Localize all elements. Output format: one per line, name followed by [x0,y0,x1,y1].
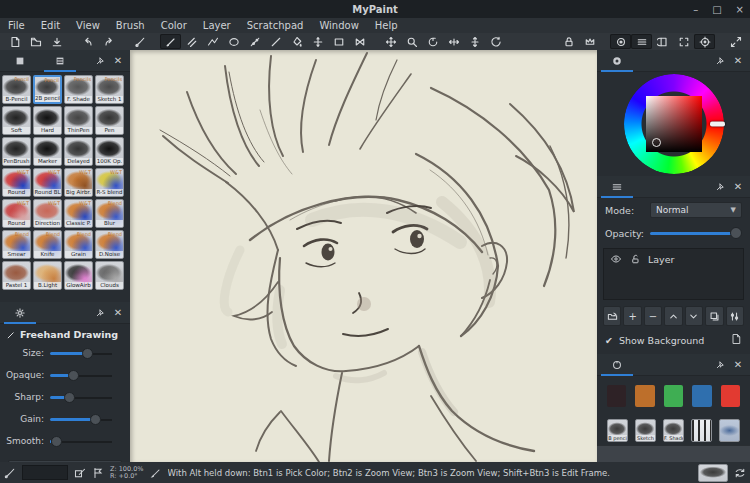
layer-properties-button[interactable] [726,306,744,326]
color-swatch-3[interactable] [692,385,711,407]
flag-icon[interactable] [92,467,104,479]
brush-tile-classic-p-[interactable]: W&TClassic P. [64,199,93,228]
brush-history-4[interactable] [719,419,740,442]
hsv-wheel[interactable] [597,72,750,176]
close-icon[interactable]: ✕ [729,356,747,374]
pin-icon[interactable] [91,52,109,70]
hsv-wheel-tab[interactable] [597,50,637,72]
tool-ellipse[interactable] [223,34,244,49]
background-page-icon[interactable] [730,333,742,347]
tool-options-tab[interactable] [0,302,40,324]
eye-icon[interactable] [610,253,622,265]
view-zoom-button[interactable] [401,34,422,49]
brush-tile-knife[interactable]: BlendKnife [33,230,62,259]
tool-lines-curves[interactable] [181,34,202,49]
tool-connected-lines[interactable] [202,34,223,49]
brush-tile-grain[interactable]: BlendGrain [64,230,93,259]
menu-item-layer[interactable]: Layer [203,20,231,31]
slider-track[interactable] [50,436,112,447]
menu-item-file[interactable]: File [8,20,25,31]
brush-tile-pen[interactable]: Pen [95,106,124,135]
menu-item-help[interactable]: Help [375,20,398,31]
redo-button[interactable] [98,34,119,49]
close-icon[interactable]: ✕ [729,178,747,196]
view-pan-button[interactable] [380,34,401,49]
lock-alpha-button[interactable] [558,34,579,49]
brush-tile-penbrush[interactable]: PenBrush [2,137,31,166]
brush-tile-2b-pencil[interactable]: Pencil2B pencil [33,75,62,104]
brush-tile-marker[interactable]: Marker [33,137,62,166]
brush-history-3[interactable] [691,419,712,442]
add-layer-button[interactable]: + [623,306,641,326]
tool-freehand[interactable] [160,34,181,49]
brush-tile-b-light[interactable]: B.Light [33,261,62,290]
pin-icon[interactable] [711,178,729,196]
brush-grid-tab[interactable] [0,50,40,72]
brush-tile-delayed[interactable]: Delayed [64,137,93,166]
slider-knob[interactable] [82,348,93,359]
menu-item-scratchpad[interactable]: Scratchpad [247,20,304,31]
view-mirror-vertical-button[interactable] [464,34,485,49]
hue-marker[interactable] [710,122,725,127]
maximize-button[interactable]: □ [712,4,721,15]
context-preview-box[interactable] [22,465,68,480]
expand-docks-button[interactable] [725,34,746,49]
canvas[interactable] [130,50,597,462]
menu-item-window[interactable]: Window [319,20,358,31]
brush-tile-blur[interactable]: BlendBlur [95,199,124,228]
slider-track[interactable] [50,370,112,381]
brush-tile-smear[interactable]: BlendSmear [2,230,31,259]
view-rotate-button[interactable] [422,34,443,49]
brush-tile-round-bl[interactable]: W&TRound BL [33,168,62,197]
import-layers-button[interactable] [603,306,621,326]
pin-icon[interactable] [711,52,729,70]
edit-icon[interactable] [74,467,86,479]
brush-list-tab[interactable] [40,50,80,72]
pin-icon[interactable] [711,356,729,374]
brush-tile-d-noise[interactable]: BlendD.Noise [95,230,124,259]
duplicate-layer-button[interactable] [705,306,723,326]
tool-symmetry[interactable] [307,34,328,49]
brush-tile-100k-op-[interactable]: 100K Op. [95,137,124,166]
new-file-button[interactable] [4,34,25,49]
menu-item-edit[interactable]: Edit [41,20,60,31]
tool-line[interactable] [265,34,286,49]
palette-tab[interactable] [597,354,637,376]
slider-track[interactable] [50,392,112,403]
undo-button[interactable] [77,34,98,49]
checkbox-check-icon[interactable]: ✔ [605,335,613,346]
brush-tile-round[interactable]: W&TRound [2,168,31,197]
close-icon[interactable]: ✕ [109,52,127,70]
toggle-layers-panel-button[interactable] [652,34,673,49]
brush-tile-f-shade[interactable]: PencilsF. Shade [64,75,93,104]
toggle-brush-panel-button[interactable] [631,34,652,49]
slider-knob[interactable] [64,392,75,403]
slider-knob[interactable] [51,436,62,447]
slider-track[interactable] [50,348,112,359]
brush-groups-button[interactable] [579,34,600,49]
tool-flood-fill[interactable] [286,34,307,49]
layer-opacity-slider[interactable] [650,227,742,239]
color-swatch-0[interactable] [607,385,626,407]
title-bar[interactable]: MyPaint – □ × [0,0,750,18]
color-swatch-2[interactable] [664,385,683,407]
current-brush-preview[interactable] [698,464,728,482]
unlock-icon[interactable] [629,253,641,265]
pin-icon[interactable] [91,304,109,322]
slider-knob[interactable] [68,370,79,381]
close-icon[interactable]: ✕ [729,52,747,70]
brush-tile-hard[interactable]: Hard [33,106,62,135]
toggle-scratchpad-button[interactable] [694,34,715,49]
remove-layer-button[interactable]: − [644,306,662,326]
color-swatch-1[interactable] [635,385,654,407]
brush-tile-sketch-1[interactable]: PencilsSketch 1 [95,75,124,104]
tool-edit-frame[interactable] [328,34,349,49]
show-background-row[interactable]: ✔ Show Background [597,328,750,352]
slider-track[interactable] [50,414,112,425]
brush-tile-big-airbr-[interactable]: W&TBig Airbr. [64,168,93,197]
raise-layer-button[interactable] [664,306,682,326]
brush-history-2[interactable]: F. Shade [663,419,684,442]
brush-history-1[interactable]: Sketch [635,419,656,442]
tool-inking[interactable] [244,34,265,49]
menu-item-brush[interactable]: Brush [116,20,145,31]
